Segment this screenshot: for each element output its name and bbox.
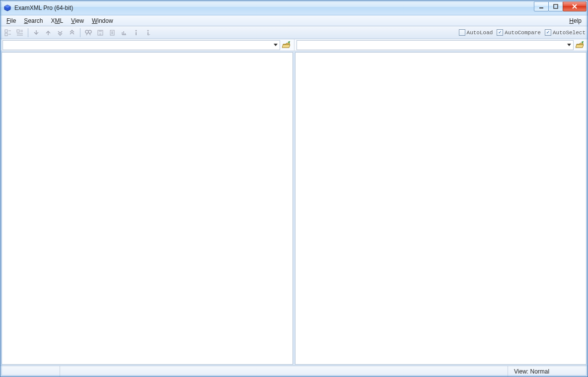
folder-open-icon	[576, 41, 585, 49]
right-path-input[interactable]	[297, 41, 566, 50]
status-cell-1	[0, 366, 60, 377]
minimize-button[interactable]	[534, 1, 549, 11]
right-open-button[interactable]	[575, 40, 586, 50]
right-path-cell	[294, 39, 588, 51]
svg-rect-10	[99, 30, 102, 32]
svg-rect-4	[5, 30, 7, 32]
tool-tree-expand-icon[interactable]	[14, 27, 25, 38]
close-button[interactable]	[563, 1, 587, 11]
checkbox-icon	[545, 29, 551, 36]
title-bar: ExamXML Pro (64-bit)	[0, 0, 588, 15]
svg-rect-16	[147, 32, 148, 35]
tool-options-icon[interactable]	[119, 27, 130, 38]
folder-open-icon	[282, 41, 291, 49]
path-row	[0, 39, 588, 51]
autoload-label: AutoLoad	[467, 30, 493, 36]
app-window: ExamXML Pro (64-bit) File Search XML Vie…	[0, 0, 588, 377]
tool-last-diff-icon[interactable]	[55, 27, 66, 38]
left-path-cell	[0, 39, 294, 51]
tool-first-diff-icon[interactable]	[67, 27, 77, 38]
tool-save-icon[interactable]	[95, 27, 106, 38]
tool-find-icon[interactable]	[83, 27, 94, 38]
menu-view[interactable]: View	[67, 16, 88, 25]
tool-info-icon[interactable]	[131, 27, 142, 38]
autocompare-checkbox[interactable]: AutoCompare	[497, 29, 541, 36]
compare-panes	[0, 51, 588, 366]
svg-rect-5	[5, 33, 7, 36]
menu-window[interactable]: Window	[88, 16, 117, 25]
tool-tree-collapse-icon[interactable]	[2, 27, 13, 38]
dropdown-arrow-icon[interactable]	[565, 41, 573, 50]
autoselect-label: AutoSelect	[553, 30, 586, 36]
window-title: ExamXML Pro (64-bit)	[14, 4, 73, 11]
maximize-button[interactable]	[548, 1, 563, 11]
menu-file[interactable]: File	[2, 16, 20, 25]
tool-next-diff-icon[interactable]	[31, 27, 42, 38]
left-path-combo[interactable]	[2, 40, 280, 50]
right-pane[interactable]	[295, 52, 587, 365]
menu-xml[interactable]: XML	[47, 16, 67, 25]
window-controls	[534, 1, 587, 11]
left-pane[interactable]	[1, 52, 293, 365]
autoselect-checkbox[interactable]: AutoSelect	[545, 29, 586, 36]
status-cell-2	[60, 366, 508, 377]
tool-report-icon[interactable]	[107, 27, 118, 38]
svg-point-7	[85, 30, 88, 33]
status-view-mode: View: Normal	[508, 366, 588, 377]
status-bar: View: Normal	[0, 366, 588, 377]
menu-search[interactable]: Search	[20, 16, 47, 25]
tool-prev-diff-icon[interactable]	[43, 27, 54, 38]
svg-point-8	[88, 30, 91, 33]
svg-rect-14	[136, 32, 137, 35]
toolbar-separator	[28, 28, 28, 37]
menu-help[interactable]: Help	[565, 16, 586, 25]
svg-rect-11	[99, 33, 101, 35]
dropdown-arrow-icon[interactable]	[272, 41, 280, 50]
autocompare-label: AutoCompare	[505, 30, 541, 36]
svg-rect-2	[539, 7, 543, 8]
toolbar: AutoLoad AutoCompare AutoSelect	[0, 26, 588, 39]
app-icon	[3, 4, 11, 12]
checkbox-icon	[497, 29, 503, 36]
status-view-label: View: Normal	[514, 368, 549, 375]
menu-bar: File Search XML View Window Help	[0, 15, 588, 26]
right-path-combo[interactable]	[296, 40, 574, 50]
tool-help-icon[interactable]	[143, 27, 153, 38]
autoload-checkbox[interactable]: AutoLoad	[459, 29, 493, 36]
svg-point-13	[136, 30, 137, 31]
checkbox-icon	[459, 29, 465, 36]
svg-point-15	[147, 30, 149, 31]
toolbar-separator	[80, 28, 80, 37]
svg-rect-3	[554, 4, 558, 8]
left-open-button[interactable]	[281, 40, 292, 50]
svg-rect-6	[17, 30, 19, 32]
left-path-input[interactable]	[3, 41, 272, 50]
